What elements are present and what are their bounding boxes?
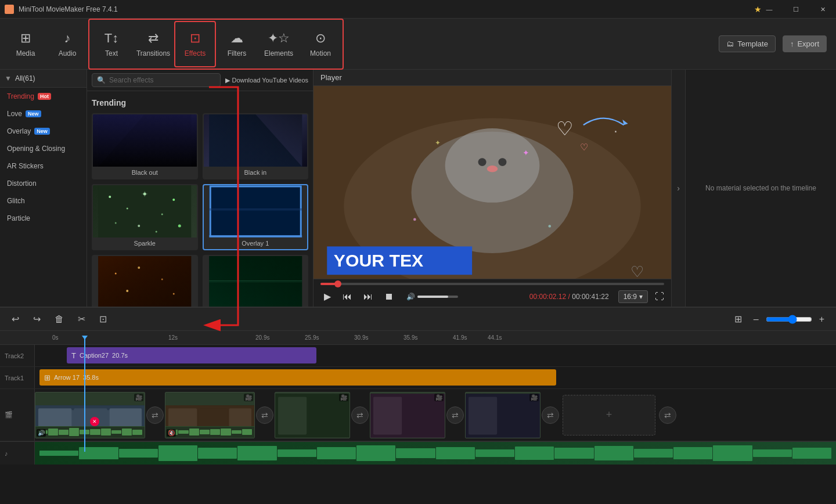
progress-bar[interactable]	[320, 283, 664, 285]
audio-button[interactable]: ♪ Audio	[46, 21, 88, 67]
sidebar-ar-stickers-label: AR Stickers	[7, 162, 44, 170]
transition-1[interactable]: ⇄	[146, 406, 164, 424]
export-icon: ↑	[790, 39, 794, 48]
audio-track-row: ♪	[0, 441, 836, 465]
redo-button[interactable]: ↪	[28, 311, 45, 327]
skip-fwd-button[interactable]: ⏭	[360, 290, 376, 303]
clip2-wave	[165, 427, 254, 438]
zoom-control: ⊞ – +	[730, 311, 829, 327]
sidebar-trending-label: Trending	[7, 92, 34, 100]
zoom-out-button[interactable]: –	[749, 312, 763, 327]
empty-slot[interactable]: +	[563, 395, 655, 435]
effects-button[interactable]: ⊡ Effects	[174, 21, 216, 67]
effect-blackout[interactable]: Black out	[92, 113, 198, 179]
sidebar-item-trending[interactable]: Trending Hot	[0, 88, 87, 105]
audio-icon: ♪	[64, 31, 71, 46]
svg-point-26	[138, 267, 140, 269]
play-button[interactable]: ▶	[320, 290, 334, 303]
overlay-badge: New	[34, 128, 50, 135]
arrow-clip[interactable]: ⊞ Arrow 17 35.8s	[39, 369, 556, 386]
caption-clip[interactable]: T Caption27 20.7s	[67, 347, 316, 363]
sidebar-item-distortion[interactable]: Distortion	[0, 175, 87, 192]
delete-button[interactable]: 🗑	[50, 312, 69, 327]
fullscreen-button[interactable]: ⛶	[655, 291, 664, 302]
cut-button[interactable]: ✂	[73, 311, 90, 327]
svg-rect-24	[98, 256, 191, 307]
svg-rect-64	[278, 397, 307, 434]
track1-row: Track1 ⊞ Arrow 17 35.8s	[0, 367, 836, 389]
export-button[interactable]: ↑ Export	[783, 35, 827, 52]
video-clip-5[interactable]: 🎥	[465, 392, 540, 438]
ruler-35.9s: 35.9s	[403, 334, 417, 341]
close-button[interactable]: ✕	[809, 0, 836, 19]
elements-button[interactable]: ✦☆ Elements	[258, 21, 300, 67]
effect-blackin[interactable]: Black in	[203, 113, 309, 179]
text-button[interactable]: T↕ Text	[91, 21, 132, 67]
template-button[interactable]: 🗂 Template	[719, 35, 776, 52]
zoom-slider[interactable]	[766, 315, 812, 324]
arrow-duration: 35.8s	[83, 374, 99, 381]
stop-button[interactable]: ⏹	[381, 290, 397, 303]
svg-point-39	[478, 158, 487, 166]
player-area: Player ♡ · ✦ ✦	[314, 70, 671, 307]
undo-button[interactable]: ↩	[7, 311, 24, 327]
video-clip-4[interactable]: 🎥	[370, 392, 445, 438]
sidebar-item-love[interactable]: Love New	[0, 105, 87, 123]
transitions-button[interactable]: ⇄ Transitions	[132, 21, 174, 67]
caption-icon: T	[71, 351, 76, 360]
collapse-arrow[interactable]: ▼	[5, 74, 12, 82]
motion-button[interactable]: ⊙ Motion	[300, 21, 341, 67]
effect-overlay1[interactable]: Overlay 1	[203, 184, 309, 250]
effects-search-toolbar: 🔍 Search effects ▶ Download YouTube Vide…	[87, 70, 313, 91]
minimize-button[interactable]: —	[756, 0, 783, 19]
crop-button[interactable]: ⊡	[95, 311, 111, 327]
refresh-button[interactable]: ⇄	[659, 406, 676, 424]
effect-overlay1-thumb	[204, 185, 308, 237]
filters-button[interactable]: ☁ Filters	[216, 21, 258, 67]
sidebar-item-opening-closing[interactable]: Opening & Closing	[0, 140, 87, 157]
transition-2[interactable]: ⇄	[256, 406, 273, 424]
youtube-download-button[interactable]: ▶ Download YouTube Videos	[225, 77, 309, 84]
player-header: Player	[314, 70, 671, 86]
effect-overlay2[interactable]: Overlay 2	[203, 255, 309, 307]
zoom-fit-button[interactable]: ⊞	[730, 311, 747, 327]
search-placeholder: Search effects	[109, 76, 154, 84]
progress-dot	[334, 280, 341, 287]
side-panel-toggle[interactable]: ›	[671, 70, 685, 307]
volume-area: 🔊	[406, 293, 458, 301]
add-clip-icon: +	[606, 409, 612, 421]
transition-4[interactable]: ⇄	[446, 406, 464, 424]
template-icon: 🗂	[726, 39, 734, 48]
svg-rect-2	[98, 114, 191, 167]
aspect-ratio-selector[interactable]: 16:9 ▾	[618, 290, 648, 303]
sidebar-item-overlay[interactable]: Overlay New	[0, 123, 87, 140]
media-button[interactable]: ⊞ Media	[5, 21, 46, 67]
video-clip-1[interactable]: 🎥 🔊 ✕	[35, 392, 145, 438]
maximize-button[interactable]: ☐	[783, 0, 809, 19]
volume-slider[interactable]	[417, 296, 458, 298]
svg-point-28	[126, 290, 128, 292]
effect-sparkle-overlay[interactable]: Sparkle overlay	[92, 255, 198, 307]
svg-text:✦: ✦	[522, 148, 529, 157]
caption-duration: 20.7s	[112, 352, 128, 359]
video-clip-3[interactable]: 🎥	[275, 392, 350, 438]
effect-sparkle[interactable]: Sparkle	[92, 184, 198, 250]
arrow-icon: ⊞	[44, 373, 51, 382]
clip1-remove-icon[interactable]: ✕	[90, 417, 99, 426]
transition-3[interactable]: ⇄	[351, 406, 369, 424]
svg-rect-31	[209, 256, 302, 307]
search-effects-input[interactable]: 🔍 Search effects	[92, 73, 221, 87]
video-clip-2[interactable]: 🎥 🔇	[165, 392, 255, 438]
sidebar-item-glitch[interactable]: Glitch	[0, 192, 87, 210]
aspect-ratio-value: 16:9	[624, 293, 637, 301]
sidebar-item-particle[interactable]: Particle	[0, 210, 87, 227]
zoom-in-button[interactable]: +	[815, 312, 829, 327]
svg-point-8	[127, 208, 128, 210]
clip2-audio	[165, 426, 254, 438]
sidebar-item-ar-stickers[interactable]: AR Stickers	[0, 157, 87, 175]
skip-back-button[interactable]: ⏮	[339, 290, 355, 303]
timeline-tracks: Track2 T Caption27 20.7s Track1 ⊞ Arrow …	[0, 345, 836, 497]
transition-5[interactable]: ⇄	[542, 406, 559, 424]
effects-panel: 🔍 Search effects ▶ Download YouTube Vide…	[87, 70, 314, 307]
video-track-icon: 🎬	[5, 411, 13, 419]
